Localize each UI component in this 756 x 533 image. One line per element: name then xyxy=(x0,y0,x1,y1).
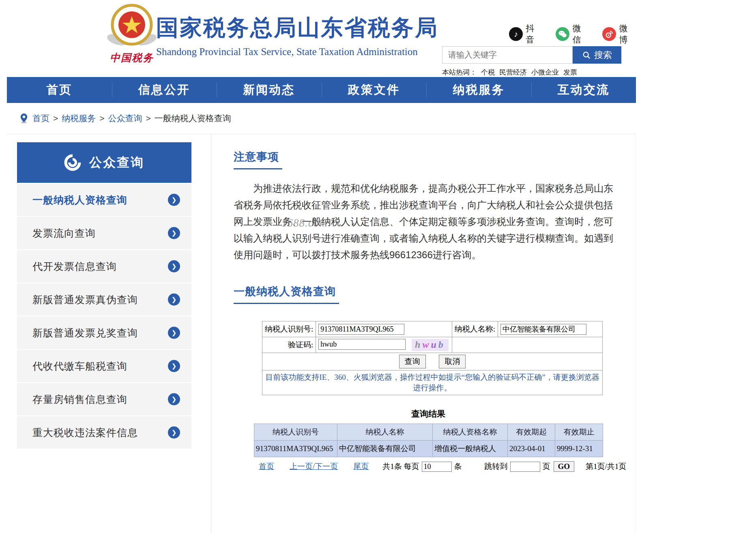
sidebar-item-new-invoice-lottery[interactable]: 新版普通发票兑奖查询 ❯ xyxy=(17,317,191,349)
results-table: 纳税人识别号 纳税人名称 纳税人资格名称 有效期起 有效期止 91370811M… xyxy=(254,424,603,457)
breadcrumb-home[interactable]: 首页 xyxy=(32,113,49,124)
taxpayer-id-label: 纳税人识别号: xyxy=(262,321,316,337)
jump-label: 跳转到 xyxy=(485,461,508,472)
chevron-right-icon: ❯ xyxy=(168,360,180,372)
browser-notice: 目前该功能支持IE、360、火狐浏览器，操作过程中如提示“您输入的验证码不正确”… xyxy=(262,370,603,395)
column-header: 有效期止 xyxy=(555,424,603,441)
wechat-icon xyxy=(556,27,569,41)
results-title: 查询结果 xyxy=(254,408,603,420)
breadcrumb-public-query[interactable]: 公众查询 xyxy=(108,113,142,124)
taxpayer-name-input[interactable] xyxy=(500,324,586,335)
sidebar: 公众查询 一般纳税人资格查询 ❯ 发票流向查询 ❯ 代开发票信息查询 ❯ xyxy=(17,142,191,449)
go-button[interactable]: GO xyxy=(554,461,575,472)
table-row: 91370811MA3T9QL965 中亿智能装备有限公司 增值税一般纳税人 2… xyxy=(254,441,603,457)
site-header: 中国税务 国家税务总局山东省税务局 Shandong Provincial Ta… xyxy=(7,0,636,77)
douyin-label: 抖音 xyxy=(526,23,543,45)
column-header: 纳税人资格名称 xyxy=(433,424,508,441)
search-button-label: 搜索 xyxy=(594,49,612,61)
breadcrumb-tax-service[interactable]: 纳税服务 xyxy=(62,113,96,124)
page-title: 国家税务总局山东省税务局 xyxy=(156,13,438,43)
sidebar-item-label: 重大税收违法案件信息 xyxy=(32,426,168,439)
sidebar-item-invoice-flow[interactable]: 发票流向查询 ❯ xyxy=(17,217,191,249)
sidebar-item-label: 存量房销售信息查询 xyxy=(32,393,168,406)
hot-words-label: 本站热词： xyxy=(442,68,477,77)
pagination: 首页 上一页/下一页 尾页 共1条 每页 条 跳转到 页 GO 第1页/共1页 xyxy=(254,461,603,472)
sidebar-item-invoice-issue-info[interactable]: 代开发票信息查询 ❯ xyxy=(17,250,191,283)
search-icon xyxy=(582,51,591,60)
breadcrumb: 首页 > 纳税服务 > 公众查询 > 一般纳税人资格查询 xyxy=(7,103,636,134)
captcha-input[interactable] xyxy=(318,339,406,350)
per-page-input[interactable] xyxy=(422,462,452,472)
breadcrumb-current: 一般纳税人资格查询 xyxy=(155,113,231,124)
sidebar-item-label: 新版普通发票兑奖查询 xyxy=(32,326,168,340)
notice-body: 为推进依法行政，规范和优化纳税服务，提高办税公开工作水平，国家税务总局山东省税务… xyxy=(234,180,620,263)
jump-page-input[interactable] xyxy=(510,462,540,472)
sidebar-header: 公众查询 xyxy=(17,142,191,183)
sidebar-item-label: 发票流向查询 xyxy=(32,227,168,240)
weibo-icon xyxy=(602,27,616,41)
nav-item-policy[interactable]: 政策文件 xyxy=(322,77,427,103)
search-button[interactable]: 搜索 xyxy=(573,46,621,64)
search-input[interactable] xyxy=(442,46,573,64)
sidebar-item-general-taxpayer[interactable]: 一般纳税人资格查询 ❯ xyxy=(17,184,191,216)
nav-item-tax-service[interactable]: 纳税服务 xyxy=(426,77,531,103)
main-panel: 注意事项 为推进依法行政，规范和优化纳税服务，提高办税公开工作水平，国家税务总局… xyxy=(211,134,636,533)
location-pin-icon xyxy=(19,113,29,124)
chevron-right-icon: ❯ xyxy=(168,426,180,439)
taxpayer-id-input[interactable] xyxy=(318,324,404,335)
sidebar-item-label: 代开发票信息查询 xyxy=(32,260,168,273)
captcha-image: hwub xyxy=(412,339,449,351)
cell-taxpayer-id: 91370811MA3T9QL965 xyxy=(254,441,337,457)
sidebar-item-vehicle-vessel-tax[interactable]: 代收代缴车船税查询 ❯ xyxy=(17,350,191,382)
sidebar-item-label: 新版普通发票真伪查询 xyxy=(32,293,168,306)
notice-title: 注意事项 xyxy=(234,150,282,169)
douyin-link[interactable]: ♪ 抖音 xyxy=(509,23,543,45)
hot-word-link[interactable]: 民营经济 xyxy=(499,68,527,77)
sidebar-item-label: 一般纳税人资格查询 xyxy=(32,193,168,207)
cell-valid-to: 9999-12-31 xyxy=(555,441,603,457)
sidebar-column: 公众查询 一般纳税人资格查询 ❯ 发票流向查询 ❯ 代开发票信息查询 ❯ xyxy=(7,134,211,533)
sidebar-title: 公众查询 xyxy=(89,154,144,171)
pagination-first-link[interactable]: 首页 xyxy=(259,461,274,472)
cell-qualification: 增值税一般纳税人 xyxy=(433,441,508,457)
cell-taxpayer-name: 中亿智能装备有限公司 xyxy=(337,441,433,457)
wechat-link[interactable]: 微信 xyxy=(556,23,589,45)
pagination-last-link[interactable]: 尾页 xyxy=(353,461,369,472)
nav-item-info-disclosure[interactable]: 信息公开 xyxy=(112,77,217,103)
query-button[interactable]: 查询 xyxy=(399,355,426,368)
taxpayer-name-label: 纳税人名称: xyxy=(452,321,498,337)
tax-emblem-icon xyxy=(105,2,159,51)
cell-valid-from: 2023-04-01 xyxy=(508,441,555,457)
nav-item-news[interactable]: 新闻动态 xyxy=(217,77,322,103)
title-block: 国家税务总局山东省税务局 Shandong Provincial Tax Ser… xyxy=(156,13,438,58)
page-subtitle: Shandong Provincial Tax Service, State T… xyxy=(156,46,438,58)
breadcrumb-separator: > xyxy=(99,113,104,123)
sidebar-item-new-invoice-authenticity[interactable]: 新版普通发票真伪查询 ❯ xyxy=(17,283,191,316)
column-header: 有效期起 xyxy=(508,424,555,441)
pagination-prev-next-link[interactable]: 上一页/下一页 xyxy=(290,461,338,472)
nav-item-home[interactable]: 首页 xyxy=(7,77,112,103)
chevron-right-icon: ❯ xyxy=(168,194,180,206)
weibo-label: 微博 xyxy=(619,23,636,45)
sidebar-list: 一般纳税人资格查询 ❯ 发票流向查询 ❯ 代开发票信息查询 ❯ 新版普通发票真伪… xyxy=(17,184,191,449)
breadcrumb-separator: > xyxy=(146,113,151,123)
hot-word-link[interactable]: 小微企业 xyxy=(531,68,559,77)
page-info: 第1页/共1页 xyxy=(586,461,626,472)
cancel-button[interactable]: 取消 xyxy=(439,355,466,368)
results-header-row: 纳税人识别号 纳税人名称 纳税人资格名称 有效期起 有效期止 xyxy=(254,424,603,441)
nav-item-interaction[interactable]: 互动交流 xyxy=(531,77,636,103)
site-logo: 中国税务 xyxy=(101,2,162,67)
hot-words: 本站热词： 个税 民营经济 小微企业 发票 xyxy=(442,68,577,77)
sidebar-item-major-tax-violation[interactable]: 重大税收违法案件信息 ❯ xyxy=(17,416,191,449)
hot-word-link[interactable]: 个税 xyxy=(481,68,495,77)
douyin-icon: ♪ xyxy=(509,27,523,41)
hot-word-link[interactable]: 发票 xyxy=(563,68,577,77)
sidebar-item-housing-sales-info[interactable]: 存量房销售信息查询 ❯ xyxy=(17,383,191,415)
watermark: 1688.com xyxy=(281,215,328,231)
query-title: 一般纳税人资格查询 xyxy=(234,284,339,304)
chevron-right-icon: ❯ xyxy=(168,227,180,239)
site-search: 搜索 xyxy=(442,46,621,64)
column-header: 纳税人名称 xyxy=(337,424,433,441)
weibo-link[interactable]: 微博 xyxy=(602,23,636,45)
content: 公众查询 一般纳税人资格查询 ❯ 发票流向查询 ❯ 代开发票信息查询 ❯ xyxy=(7,134,636,533)
